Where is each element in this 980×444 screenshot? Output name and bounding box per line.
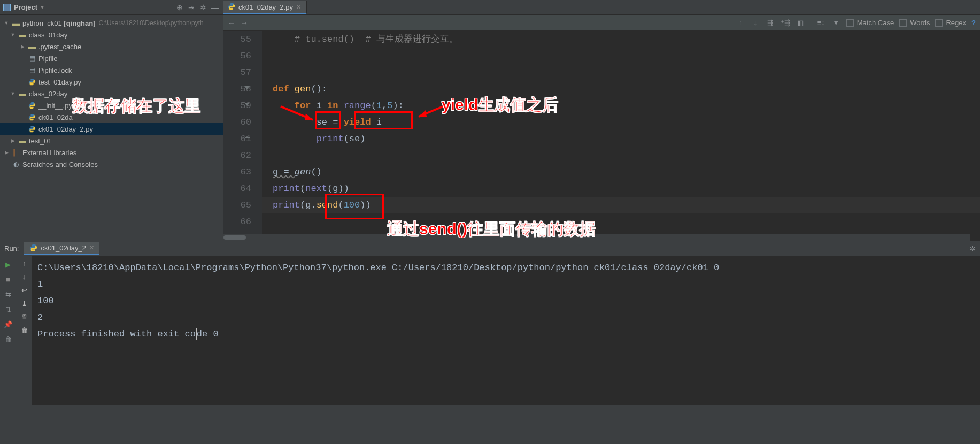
- run-console: ▶ ■ ⇆ ⇅ 📌 🗑 ↑ ↓ ↩ ⤓ 🖶 🗑 C:\Users\18210\A…: [0, 256, 980, 405]
- scratch-icon: ◐: [12, 160, 20, 169]
- editor-tabbar: ck01_02day_2.py ✕: [223, 0, 980, 15]
- python-file-icon: [28, 113, 36, 121]
- tree-file[interactable]: ▤ Pipfile.lock: [0, 64, 223, 76]
- words-checkbox[interactable]: Words: [899, 19, 930, 27]
- filter-icon[interactable]: ▼: [831, 19, 841, 27]
- find-input[interactable]: [253, 17, 435, 29]
- tree-folder[interactable]: ▶▬ test_01: [0, 135, 223, 147]
- add-selection-icon[interactable]: ⁺⇶: [781, 19, 790, 27]
- tree-pyfile[interactable]: test_01day.py: [0, 76, 223, 88]
- tree-pyfile[interactable]: ck01_02da: [0, 111, 223, 123]
- library-icon: ║║: [12, 148, 20, 157]
- tree-file[interactable]: ▤ Pipfile: [0, 52, 223, 64]
- python-file-icon: [28, 101, 36, 110]
- folder-icon: ▬: [18, 89, 27, 98]
- code-editor[interactable]: 555657585960616263646566 # tu.send() # 与…: [223, 31, 980, 241]
- run-left-toolbar2: ↑ ↓ ↩ ⤓ 🖶 🗑: [16, 256, 32, 405]
- editor-scrollbar[interactable]: [223, 234, 970, 241]
- external-libraries[interactable]: ▶║║ External Libraries: [0, 147, 223, 158]
- select-all-icon[interactable]: ⇶: [766, 19, 775, 27]
- clear-icon[interactable]: 🗑: [21, 326, 28, 334]
- restart-icon[interactable]: ⇆: [3, 289, 13, 299]
- find-bar: ← → ↑ ↓ ⇶ ⁺⇶ ◧ ≡↕ ▼ Match Case Words Reg…: [223, 15, 980, 31]
- nav-fwd-icon[interactable]: →: [241, 19, 248, 27]
- folder-icon: ▬: [12, 19, 20, 27]
- project-title: Project: [14, 3, 37, 11]
- chevron-down-icon[interactable]: ▼: [40, 4, 45, 10]
- tree-folder[interactable]: ▼▬ class_01day: [0, 29, 223, 41]
- minimize-icon[interactable]: —: [210, 3, 220, 12]
- console-output[interactable]: C:\Users\18210\AppData\Local\Programs\Py…: [32, 256, 980, 405]
- run-label: Run:: [4, 244, 19, 252]
- project-sidebar-header: Project ▼ ⊕ ⇥ ✲ —: [0, 0, 223, 15]
- scratches-consoles[interactable]: ◐ Scratches and Consoles: [0, 158, 223, 170]
- softwrap-icon[interactable]: ↩: [21, 286, 27, 294]
- tree-folder[interactable]: ▼▬ class_02day: [0, 88, 223, 99]
- close-icon[interactable]: ✕: [89, 244, 94, 251]
- nav-back-icon[interactable]: ←: [228, 19, 235, 27]
- editor: ck01_02day_2.py ✕ ← → ↑ ↓ ⇶ ⁺⇶ ◧ ≡↕ ▼ Ma…: [223, 0, 980, 241]
- folder-icon: ▬: [18, 30, 27, 39]
- project-tree[interactable]: ▼ ▬ python_ck01 [qinghan] C:\Users\18210…: [0, 15, 223, 172]
- tree-root[interactable]: ▼ ▬ python_ck01 [qinghan] C:\Users\18210…: [0, 17, 223, 29]
- tree-folder[interactable]: ▶▬ .pytest_cache: [0, 41, 223, 52]
- stop-icon[interactable]: ■: [3, 274, 13, 284]
- folder-icon: ▬: [18, 136, 27, 145]
- collapse-icon[interactable]: ⇥: [187, 3, 196, 12]
- next-match-icon[interactable]: ↓: [751, 19, 760, 27]
- gear-icon[interactable]: ✲: [969, 244, 976, 253]
- editor-tab[interactable]: ck01_02day_2.py ✕: [223, 1, 307, 14]
- regex-checkbox[interactable]: Regex: [935, 19, 966, 27]
- locate-icon[interactable]: ⊕: [175, 3, 184, 12]
- python-file-icon: [29, 244, 37, 252]
- folder-icon: ▬: [28, 42, 36, 51]
- python-file-icon: [28, 125, 36, 133]
- editor-tab-label: ck01_02day_2.py: [238, 3, 293, 11]
- help-icon[interactable]: ?: [971, 19, 976, 27]
- run-left-toolbar: ▶ ■ ⇆ ⇅ 📌 🗑: [0, 256, 16, 405]
- file-icon: ▤: [28, 66, 36, 74]
- run-toolbar: Run: ck01_02day_2 ✕ ✲: [0, 241, 980, 256]
- down-icon[interactable]: ↓: [22, 273, 26, 281]
- project-sidebar: Project ▼ ⊕ ⇥ ✲ — ▼ ▬ python_ck01 [qingh…: [0, 0, 223, 241]
- print-icon[interactable]: 🖶: [21, 313, 28, 321]
- python-file-icon: [28, 78, 36, 86]
- find-window-icon[interactable]: ◧: [796, 19, 805, 27]
- file-icon: ▤: [28, 54, 36, 63]
- tree-pyfile-selected[interactable]: ck01_02day_2.py: [0, 123, 223, 135]
- layout-icon[interactable]: ⇅: [3, 304, 13, 314]
- match-case-checkbox[interactable]: Match Case: [846, 19, 894, 27]
- pin-icon[interactable]: 📌: [3, 319, 13, 329]
- filter-left-icon[interactable]: ≡↕: [816, 19, 826, 27]
- close-icon[interactable]: ✕: [296, 4, 301, 11]
- up-icon[interactable]: ↑: [22, 259, 26, 267]
- root-path: C:\Users\18210\Desktop\python\pyth: [99, 19, 204, 27]
- run-tab-label: ck01_02day_2: [41, 244, 86, 252]
- python-file-icon: [228, 3, 235, 12]
- prev-match-icon[interactable]: ↑: [736, 19, 745, 27]
- gutter[interactable]: 555657585960616263646566: [223, 31, 262, 241]
- run-tab[interactable]: ck01_02day_2 ✕: [24, 242, 99, 255]
- code-lines[interactable]: # tu.send() # 与生成器进行交互。def gen(): for i …: [262, 31, 980, 241]
- tree-pyfile[interactable]: __init__.py: [0, 99, 223, 111]
- trash-icon[interactable]: 🗑: [3, 334, 13, 344]
- gear-icon[interactable]: ✲: [198, 3, 208, 12]
- scroll-end-icon[interactable]: ⤓: [21, 300, 27, 308]
- rerun-icon[interactable]: ▶: [3, 259, 13, 269]
- project-icon: [3, 4, 11, 11]
